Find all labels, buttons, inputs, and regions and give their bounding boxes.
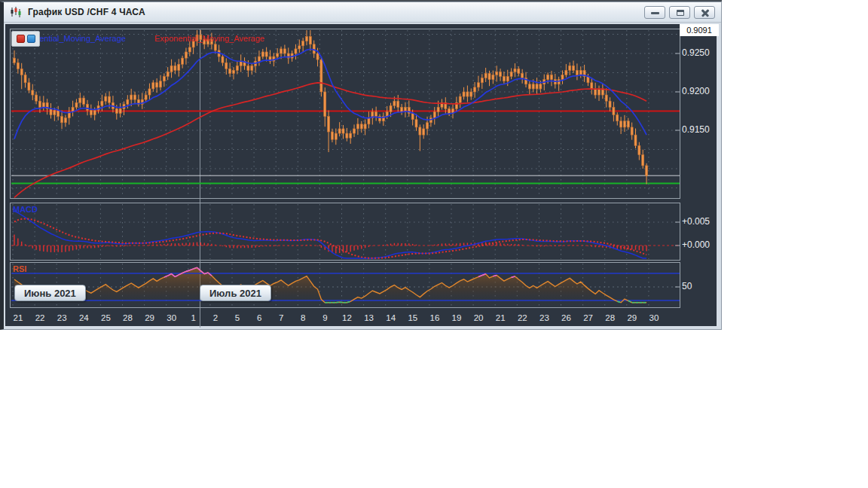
macd-indicator-label: MACD: [13, 205, 38, 214]
chart-client-area: Exponential_Moving_Average Exponential_M…: [5, 24, 717, 326]
x-axis-label: 13: [360, 313, 378, 322]
macd-axis-label: +0.005: [682, 216, 721, 227]
x-axis-label: 21: [9, 313, 27, 322]
x-axis-label: 2: [206, 313, 225, 322]
restore-icon: [677, 10, 684, 16]
rsi-axis-label: 50: [682, 281, 721, 291]
desktop: График USD /CHF 4 ЧАСА Exponential_Movin…: [0, 0, 868, 488]
x-axis-label: 5: [228, 313, 246, 322]
x-axis-label: 29: [141, 313, 159, 322]
macd-axis-label: +0.000: [682, 239, 721, 250]
x-axis-label: 29: [623, 313, 641, 322]
x-axis-label: 14: [382, 313, 400, 322]
x-axis-label: 12: [338, 313, 356, 322]
x-axis-label: 22: [31, 313, 49, 322]
x-axis-label: 16: [426, 313, 444, 322]
month-tab-june[interactable]: Июнь 2021: [14, 285, 86, 301]
restore-button[interactable]: [669, 6, 690, 19]
chart-window: График USD /CHF 4 ЧАСА Exponential_Movin…: [0, 2, 722, 330]
candlestick-chart-icon: [9, 6, 23, 18]
x-axis-label: 6: [250, 313, 268, 322]
window-controls: [644, 6, 715, 19]
x-axis-label: 27: [579, 313, 598, 322]
window-titlebar[interactable]: График USD /CHF 4 ЧАСА: [4, 2, 721, 23]
x-axis-label: 26: [558, 313, 576, 322]
legend-ema-slow: Exponential_Moving_Average: [154, 34, 264, 43]
minimize-icon: [651, 12, 659, 14]
x-axis-label: 24: [75, 313, 93, 322]
x-axis-label: 28: [119, 313, 137, 322]
blue-indicator-button[interactable]: [27, 35, 35, 43]
macd-panel[interactable]: [10, 203, 680, 261]
close-button[interactable]: [694, 6, 715, 19]
price-axis-label: 0.9150: [682, 124, 721, 135]
current-price-tag: 0.9091: [680, 24, 719, 36]
x-axis-label: 15: [404, 313, 422, 322]
x-axis-label: 1: [185, 313, 203, 322]
red-indicator-button[interactable]: [17, 35, 25, 43]
x-axis-label: 21: [491, 313, 509, 322]
x-axis-label: 8: [294, 313, 312, 322]
month-tab-july[interactable]: Июль 2021: [200, 285, 271, 301]
x-axis-label: 7: [272, 313, 290, 322]
x-axis-label: 30: [645, 313, 663, 322]
window-title: График USD /CHF 4 ЧАСА: [28, 7, 145, 17]
x-axis-label: 22: [513, 313, 531, 322]
price-chart-panel[interactable]: [10, 29, 680, 199]
x-axis-label: 28: [601, 313, 619, 322]
x-axis-label: 23: [53, 313, 71, 322]
x-axis-label: 30: [163, 313, 181, 322]
x-axis-label: 9: [316, 313, 334, 322]
x-axis-label: 20: [469, 313, 487, 322]
price-axis-label: 0.9200: [682, 86, 721, 96]
rsi-panel[interactable]: [10, 262, 680, 308]
indicator-buttons: [11, 31, 40, 47]
x-axis-label: 23: [535, 313, 553, 322]
x-axis-label: 19: [448, 313, 466, 322]
rsi-indicator-label: RSI: [13, 264, 26, 273]
price-axis-label: 0.9250: [682, 47, 721, 58]
minimize-button[interactable]: [644, 6, 665, 19]
x-axis-label: 25: [96, 313, 115, 322]
